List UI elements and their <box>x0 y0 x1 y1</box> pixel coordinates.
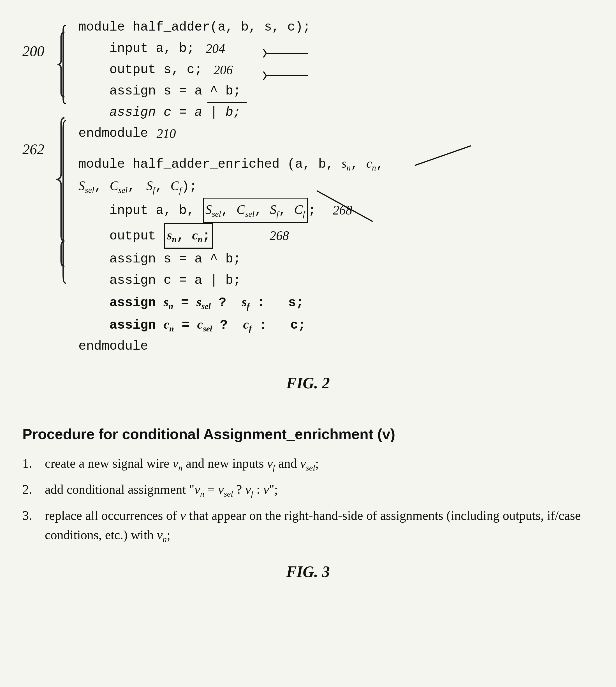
step-1-text: create a new signal wire vn and new inpu… <box>45 454 594 474</box>
code-line-6: endmodule <box>79 123 148 145</box>
output-highlight-box: sn, cn; <box>164 223 213 249</box>
fig3-caption: FIG. 3 <box>22 563 594 581</box>
code-line-3: output s, c; <box>79 60 202 81</box>
top-module: module half_adder(a, b, s, c); input a, … <box>79 17 594 145</box>
input-highlight-box: Ssel, Csel, Sf, Cf <box>203 198 308 223</box>
main-container: 200 module half_adder(a, b, s, c); input… <box>22 17 594 581</box>
fig3-section: Procedure for conditional Assignment_enr… <box>22 426 594 580</box>
code-bottom-6: assign c = a | b; <box>79 270 594 291</box>
code-bottom-4: output sn, cn; <box>79 223 214 249</box>
step-2-text: add conditional assignment "vn = vsel ? … <box>45 480 594 500</box>
step-3-num: 3. <box>22 506 45 525</box>
step-1: 1. create a new signal wire vn and new i… <box>22 454 594 474</box>
code-bottom-9: endmodule <box>79 336 594 357</box>
label-200: 200 <box>22 39 44 63</box>
fig2-wrapper: 200 module half_adder(a, b, s, c); input… <box>22 17 594 357</box>
procedure-list: 1. create a new signal wire vn and new i… <box>22 454 594 546</box>
code-area: 200 module half_adder(a, b, s, c); input… <box>22 17 594 357</box>
code-bottom-1: module half_adder_enriched (a, b, sn, cn… <box>79 153 594 175</box>
step-3-text: replace all occurrences of v that appear… <box>45 506 594 546</box>
fig2-caption: FIG. 2 <box>22 374 594 392</box>
procedure-title: Procedure for conditional Assignment_enr… <box>22 426 594 443</box>
code-line-4: assign s = a ^ b; <box>79 81 594 102</box>
annot-268b: 268 <box>270 225 289 246</box>
code-bottom-8: assign cn = csel ? cf : c; <box>79 314 594 336</box>
code-line-2: input a, b; <box>79 38 195 60</box>
code-bottom-3: input a, b, Ssel, Csel, Sf, Cf; <box>79 198 316 223</box>
annot-268a: 268 <box>333 200 352 221</box>
step-1-num: 1. <box>22 454 45 473</box>
annot-206: 206 <box>214 60 233 81</box>
code-line-5: assign c = a | b; <box>79 102 594 123</box>
label-262: 262 <box>22 137 44 162</box>
code-bottom-5: assign s = a ^ b; <box>79 249 594 270</box>
step-3: 3. replace all occurrences of v that app… <box>22 506 594 546</box>
annot-204: 204 <box>206 38 225 60</box>
bottom-module: module half_adder_enriched (a, b, sn, cn… <box>79 153 594 357</box>
code-bottom-7: assign sn = ssel ? sf : s; <box>79 291 594 314</box>
step-2: 2. add conditional assignment "vn = vsel… <box>22 480 594 500</box>
fig2-section: 200 module half_adder(a, b, s, c); input… <box>22 17 594 392</box>
code-bottom-2: Ssel, Csel, Sf, Cf); <box>79 175 594 198</box>
annot-210: 210 <box>156 123 176 145</box>
step-2-num: 2. <box>22 480 45 499</box>
code-line-1: module half_adder(a, b, s, c); <box>79 17 594 38</box>
